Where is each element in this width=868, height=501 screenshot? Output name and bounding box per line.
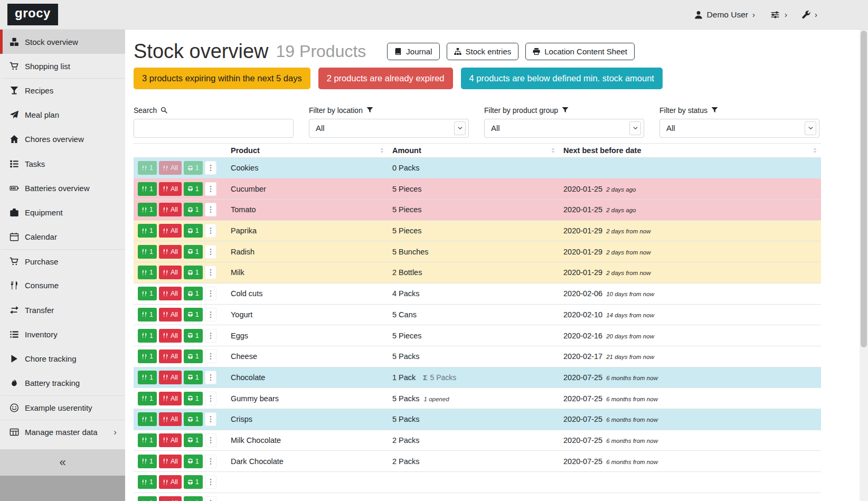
open-one-button[interactable]: 1 — [184, 161, 203, 175]
consume-one-button[interactable]: 1 — [138, 392, 157, 405]
sidebar-item-tasks[interactable]: Tasks — [0, 152, 125, 176]
open-one-button[interactable]: 1 — [184, 308, 203, 322]
consume-all-button[interactable]: All — [159, 475, 182, 489]
alert-danger[interactable]: 2 products are already expired — [318, 68, 453, 89]
consume-one-button[interactable]: 1 — [138, 287, 157, 300]
alert-info[interactable]: 4 products are below defined min. stock … — [461, 68, 663, 89]
row-menu-button[interactable] — [205, 433, 216, 447]
location-select[interactable]: All — [309, 119, 469, 138]
consume-all-button[interactable]: All — [159, 224, 182, 238]
admin-menu[interactable]: › — [802, 10, 817, 19]
consume-all-button[interactable]: All — [159, 349, 182, 363]
consume-one-button[interactable]: 1 — [138, 161, 157, 175]
row-menu-button[interactable] — [205, 329, 216, 343]
open-one-button[interactable]: 1 — [184, 392, 203, 405]
consume-all-button[interactable]: All — [159, 392, 182, 405]
consume-one-button[interactable]: 1 — [138, 203, 157, 216]
open-one-button[interactable]: 1 — [184, 329, 203, 343]
settings-menu[interactable]: › — [770, 10, 787, 19]
consume-one-button[interactable]: 1 — [138, 182, 157, 196]
vertical-scrollbar[interactable] — [860, 30, 868, 501]
sidebar-item-inventory[interactable]: Inventory — [0, 322, 125, 346]
sidebar-item-shopping-list[interactable]: Shopping list — [0, 54, 125, 78]
column-header-product[interactable]: Product — [227, 143, 388, 157]
consume-all-button[interactable]: All — [159, 455, 182, 468]
open-one-button[interactable]: 1 — [184, 455, 203, 468]
open-one-button[interactable]: 1 — [184, 287, 203, 300]
consume-all-button[interactable]: All — [159, 329, 182, 343]
product-group-select[interactable]: All — [484, 119, 644, 138]
sidebar-item-transfer[interactable]: Transfer — [0, 298, 125, 322]
sidebar-item-recipes[interactable]: Recipes — [0, 78, 125, 102]
consume-all-button[interactable]: All — [159, 182, 182, 196]
row-menu-button[interactable] — [205, 475, 216, 489]
consume-all-button[interactable]: All — [159, 287, 182, 300]
open-one-button[interactable]: 1 — [184, 182, 203, 196]
status-select[interactable]: All — [659, 119, 819, 138]
row-menu-button[interactable] — [205, 245, 216, 259]
open-one-button[interactable]: 1 — [184, 371, 203, 384]
consume-one-button[interactable]: 1 — [138, 496, 157, 501]
sidebar-item-consume[interactable]: Consume — [0, 273, 125, 298]
consume-one-button[interactable]: 1 — [138, 475, 157, 489]
open-one-button[interactable]: 1 — [184, 224, 203, 238]
row-menu-button[interactable] — [205, 203, 216, 216]
consume-one-button[interactable]: 1 — [138, 433, 157, 447]
row-menu-button[interactable] — [205, 496, 216, 501]
open-one-button[interactable]: 1 — [184, 412, 203, 426]
open-one-button[interactable]: 1 — [184, 475, 203, 489]
row-menu-button[interactable] — [205, 349, 216, 363]
open-one-button[interactable]: 1 — [184, 245, 203, 259]
sidebar-item-purchase[interactable]: Purchase — [0, 249, 125, 273]
open-one-button[interactable]: 1 — [184, 349, 203, 363]
stock-entries-button[interactable]: Stock entries — [447, 43, 519, 60]
row-menu-button[interactable] — [205, 266, 216, 279]
row-menu-button[interactable] — [205, 161, 216, 175]
column-header-amount[interactable]: Amount — [388, 143, 559, 157]
consume-one-button[interactable]: 1 — [138, 329, 157, 343]
consume-one-button[interactable]: 1 — [138, 245, 157, 259]
sidebar-item-manage-master-data[interactable]: Manage master data› — [0, 420, 125, 444]
sidebar-item-chores-overview[interactable]: Chores overview — [0, 127, 125, 152]
row-menu-button[interactable] — [205, 224, 216, 238]
consume-all-button[interactable]: All — [159, 203, 182, 216]
row-menu-button[interactable] — [205, 412, 216, 426]
sidebar-item-batteries-overview[interactable]: Batteries overview — [0, 176, 125, 200]
consume-all-button[interactable]: All — [159, 433, 182, 447]
row-menu-button[interactable] — [205, 308, 216, 322]
alert-warning[interactable]: 3 products expiring within the next 5 da… — [134, 68, 310, 89]
open-one-button[interactable]: 1 — [184, 496, 203, 501]
row-menu-button[interactable] — [205, 371, 216, 384]
consume-one-button[interactable]: 1 — [138, 224, 157, 238]
consume-one-button[interactable]: 1 — [138, 308, 157, 322]
row-menu-button[interactable] — [205, 287, 216, 300]
location-content-sheet-button[interactable]: Location Content Sheet — [525, 43, 635, 60]
consume-one-button[interactable]: 1 — [138, 266, 157, 279]
app-logo[interactable]: grocy — [7, 4, 58, 25]
sidebar-item-calendar[interactable]: Calendar — [0, 225, 125, 249]
consume-one-button[interactable]: 1 — [138, 371, 157, 384]
sidebar-item-meal-plan[interactable]: Meal plan — [0, 103, 125, 127]
open-one-button[interactable]: 1 — [184, 266, 203, 279]
user-menu[interactable]: Demo User › — [694, 10, 755, 20]
open-one-button[interactable]: 1 — [184, 433, 203, 447]
sidebar-item-chore-tracking[interactable]: Chore tracking — [0, 346, 125, 371]
row-menu-button[interactable] — [205, 455, 216, 468]
consume-one-button[interactable]: 1 — [138, 412, 157, 426]
row-menu-button[interactable] — [205, 392, 216, 405]
consume-all-button[interactable]: All — [159, 161, 182, 175]
row-menu-button[interactable] — [205, 182, 216, 196]
search-input[interactable] — [134, 119, 294, 138]
sidebar-item-example-userentity[interactable]: Example userentity — [0, 395, 125, 420]
consume-all-button[interactable]: All — [159, 412, 182, 426]
sidebar-collapse-button[interactable]: « — [0, 449, 125, 476]
consume-all-button[interactable]: All — [159, 371, 182, 384]
consume-all-button[interactable]: All — [159, 496, 182, 501]
consume-all-button[interactable]: All — [159, 266, 182, 279]
journal-button[interactable]: Journal — [387, 43, 439, 60]
sidebar-item-battery-tracking[interactable]: Battery tracking — [0, 371, 125, 395]
sidebar-item-stock-overview[interactable]: Stock overview — [0, 30, 125, 54]
consume-one-button[interactable]: 1 — [138, 455, 157, 468]
scrollbar-thumb[interactable] — [861, 31, 867, 347]
sidebar-item-equipment[interactable]: Equipment — [0, 200, 125, 224]
